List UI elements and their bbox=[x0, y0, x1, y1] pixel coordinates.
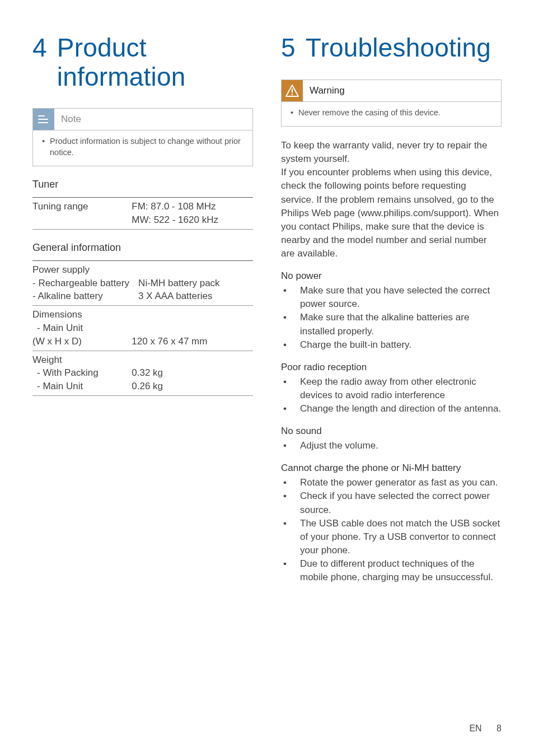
issue-item: Adjust the volume. bbox=[281, 439, 502, 452]
weight-value-cell: 0.32 kg 0.26 kg bbox=[132, 351, 253, 395]
section-4-title: 4 Product information bbox=[32, 34, 253, 91]
issue-list: Make sure that you have selected the cor… bbox=[281, 284, 502, 352]
power-supply-label: Power supply bbox=[32, 264, 90, 275]
warning-icon bbox=[282, 80, 303, 101]
issue-item: Make sure that the alkaline batteries ar… bbox=[281, 311, 502, 338]
issue-item: Make sure that you have selected the cor… bbox=[281, 284, 502, 311]
tuning-range-value: FM: 87.0 - 108 MHz MW: 522 - 1620 kHz bbox=[132, 198, 253, 230]
issue-item: The USB cable does not match the USB soc… bbox=[281, 517, 502, 557]
issue-heading: No sound bbox=[281, 426, 502, 437]
weight-label-cell: Weight - With Packing - Main Unit bbox=[32, 351, 132, 395]
section-heading-text: Troubleshooting bbox=[306, 34, 491, 63]
svg-point-4 bbox=[292, 94, 293, 95]
weight-packing-value: 0.32 kg bbox=[132, 367, 163, 378]
table-row: Tuning range FM: 87.0 - 108 MHz MW: 522 … bbox=[32, 198, 253, 230]
note-label: Note bbox=[61, 109, 81, 129]
dimensions-label: Dimensions bbox=[32, 309, 82, 320]
issue-item: Check if you have selected the correct p… bbox=[281, 489, 502, 516]
issues-container: No powerMake sure that you have selected… bbox=[281, 270, 502, 584]
warning-text: Never remove the casing of this device. bbox=[298, 108, 494, 119]
alkaline-label: - Alkaline battery bbox=[32, 290, 138, 303]
rechargeable-value: Ni-MH battery pack bbox=[138, 278, 219, 288]
weight-main-label: - Main Unit bbox=[32, 380, 132, 393]
issue-item: Rotate the power generator as fast as yo… bbox=[281, 476, 502, 489]
issue-heading: Cannot charge the phone or Ni-MH battery bbox=[281, 463, 502, 474]
column-product-info: 4 Product information Note Product infor… bbox=[32, 34, 253, 594]
fm-value: FM: 87.0 - 108 MHz bbox=[132, 201, 216, 212]
issue-item: Change the length and direction of the a… bbox=[281, 402, 502, 416]
note-header: Note bbox=[33, 109, 252, 130]
tuning-range-label: Tuning range bbox=[32, 198, 132, 230]
issue-list: Rotate the power generator as fast as yo… bbox=[281, 476, 502, 584]
weight-main-value: 0.26 kg bbox=[132, 381, 163, 391]
power-supply-cell: Power supply - Rechargeable batteryNi-MH… bbox=[32, 260, 253, 305]
note-body: Product information is subject to change… bbox=[33, 130, 252, 166]
table-row: Power supply - Rechargeable batteryNi-MH… bbox=[32, 260, 253, 305]
table-row: Weight - With Packing - Main Unit 0.32 k… bbox=[32, 351, 253, 395]
section-heading-text: Product information bbox=[57, 34, 253, 91]
note-callout: Note Product information is subject to c… bbox=[32, 108, 253, 166]
issue-item: Keep the radio away from other electroni… bbox=[281, 375, 502, 402]
issue-item: Due to different product techniques of t… bbox=[281, 557, 502, 584]
warning-header: Warning bbox=[282, 80, 501, 101]
weight-label: Weight bbox=[32, 354, 62, 365]
dimensions-sub-label: - Main Unit bbox=[32, 321, 132, 335]
tuner-table: Tuning range FM: 87.0 - 108 MHz MW: 522 … bbox=[32, 197, 253, 230]
column-troubleshooting: 5 Troubleshooting Warning Never remove t… bbox=[281, 34, 502, 594]
section-5-title: 5 Troubleshooting bbox=[281, 34, 502, 63]
general-table: Power supply - Rechargeable batteryNi-MH… bbox=[32, 260, 253, 396]
note-icon bbox=[33, 109, 54, 130]
dimensions-unit-label: (W x H x D) bbox=[32, 336, 82, 347]
footer-page-number: 8 bbox=[496, 724, 502, 733]
dimensions-label-cell: Dimensions - Main Unit (W x H x D) bbox=[32, 306, 132, 351]
alkaline-value: 3 X AAA batteries bbox=[138, 291, 212, 301]
weight-packing-label: - With Packing bbox=[32, 366, 132, 380]
table-row: Dimensions - Main Unit (W x H x D) 120 x… bbox=[32, 306, 253, 351]
note-text: Product information is subject to change… bbox=[50, 136, 246, 158]
issue-heading: No power bbox=[281, 270, 502, 282]
page-footer: EN 8 bbox=[32, 724, 502, 734]
section-number: 5 bbox=[281, 34, 296, 63]
tuner-heading: Tuner bbox=[32, 179, 253, 190]
section-number: 4 bbox=[32, 34, 47, 91]
warning-label: Warning bbox=[310, 81, 345, 101]
footer-language: EN bbox=[469, 724, 481, 733]
issue-list: Adjust the volume. bbox=[281, 439, 502, 452]
issue-item: Charge the built-in battery. bbox=[281, 338, 502, 352]
warning-body: Never remove the casing of this device. bbox=[282, 101, 501, 127]
rechargeable-label: - Rechargeable battery bbox=[32, 277, 138, 290]
warning-callout: Warning Never remove the casing of this … bbox=[281, 80, 502, 127]
general-info-heading: General information bbox=[32, 242, 253, 254]
issue-heading: Poor radio reception bbox=[281, 362, 502, 373]
troubleshooting-intro: To keep the warranty valid, never try to… bbox=[281, 139, 502, 260]
mw-value: MW: 522 - 1620 kHz bbox=[132, 214, 218, 225]
dimensions-value: 120 x 76 x 47 mm bbox=[132, 306, 253, 351]
issue-list: Keep the radio away from other electroni… bbox=[281, 375, 502, 416]
